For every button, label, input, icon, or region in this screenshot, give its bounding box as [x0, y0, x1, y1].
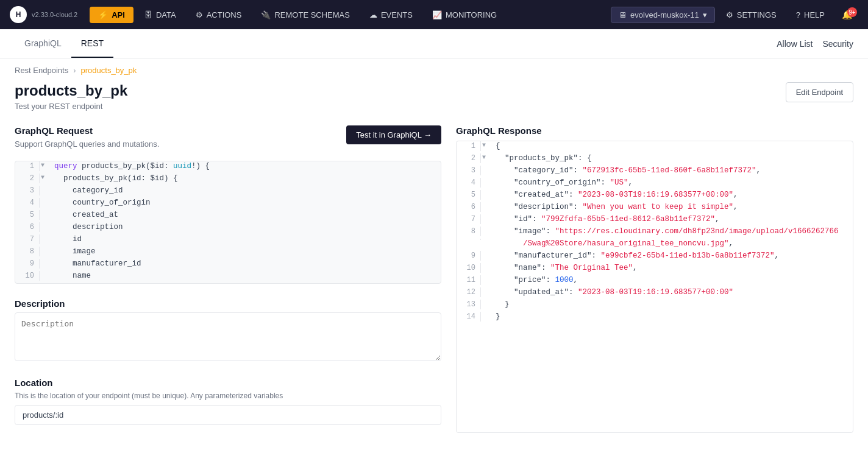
test-graphiql-button[interactable]: Test it in GraphiQL →	[346, 125, 441, 144]
resp-line-2: 2 ▼ "products_by_pk": {	[457, 153, 853, 166]
hasura-logo: H	[10, 6, 27, 23]
sub-nav-tabs: GraphiQL REST	[15, 30, 777, 58]
help-icon: ?	[796, 10, 800, 19]
page-header: products_by_pk Test your REST endpoint E…	[15, 82, 853, 111]
nav-events[interactable]: ☁ EVENTS	[361, 7, 421, 23]
nav-remote-schemas[interactable]: 🔌 REMOTE SCHEMAS	[252, 7, 358, 23]
code-line-6: 6 description	[15, 222, 441, 234]
code-line-5: 5 created_at	[15, 210, 441, 222]
graphql-request-title: GraphQL Request	[15, 125, 159, 136]
location-title: Location	[15, 378, 441, 388]
server-icon: 🖥	[619, 10, 627, 19]
resp-line-6: 6 "description": "When you want to keep …	[457, 202, 853, 214]
graphql-request-section: GraphQL Request Support GraphQL queries …	[15, 125, 441, 284]
code-line-9: 9 manufacturer_id	[15, 259, 441, 271]
resp-line-9: 9 "manufacturer_id": "e99cbfe2-65b4-11ed…	[457, 251, 853, 263]
breadcrumb-separator: ›	[73, 66, 76, 75]
resp-line-12: 12 "updated_at": "2023-08-03T19:16:19.68…	[457, 287, 853, 300]
location-section: Location This is the location of your en…	[15, 378, 441, 425]
resp-line-14: 14 }	[457, 312, 853, 324]
monitoring-icon: 📈	[432, 10, 442, 19]
location-hint: This is the location of your endpoint (m…	[15, 392, 441, 400]
description-textarea[interactable]	[15, 312, 441, 361]
two-column-layout: GraphQL Request Support GraphQL queries …	[15, 125, 853, 433]
main-content: products_by_pk Test your REST endpoint E…	[0, 82, 868, 448]
gear-icon: ⚙	[726, 10, 733, 19]
nav-monitoring[interactable]: 📈 MONITORING	[424, 7, 505, 23]
resp-line-1: 1 ▼ {	[457, 141, 853, 153]
actions-icon: ⚙	[196, 10, 203, 19]
resp-line-13: 13 }	[457, 300, 853, 312]
nav-data[interactable]: 🗄 DATA	[136, 7, 185, 23]
page-title-area: products_by_pk Test your REST endpoint	[15, 82, 127, 111]
code-line-10: 10 name	[15, 271, 441, 283]
graphql-request-subtitle: Support GraphQL queries and mutations.	[15, 139, 159, 149]
code-line-4: 4 country_of_origin	[15, 198, 441, 210]
sub-nav-right: Allow List Security	[777, 39, 853, 49]
breadcrumb-parent[interactable]: Rest Endpoints	[15, 66, 68, 75]
nav-actions[interactable]: ⚙ ACTIONS	[187, 7, 251, 23]
resp-line-8b: /Swag%20Store/hasura_original_tee_noncvu…	[457, 239, 853, 251]
remote-schemas-icon: 🔌	[261, 10, 271, 19]
settings-button[interactable]: ⚙ SETTINGS	[717, 7, 785, 23]
project-selector[interactable]: 🖥 evolved-muskox-11 ▾	[611, 7, 715, 23]
resp-line-4: 4 "country_of_origin": "US",	[457, 178, 853, 190]
code-line-8: 8 image	[15, 247, 441, 259]
events-icon: ☁	[369, 10, 377, 19]
page-title: products_by_pk	[15, 82, 127, 99]
chevron-down-icon: ▾	[703, 10, 707, 19]
notifications-button[interactable]: 🔔 9+	[836, 6, 858, 23]
description-section: Description	[15, 298, 441, 378]
resp-line-3: 3 "category_id": "672913fc-65b5-11ed-860…	[457, 166, 853, 178]
right-column: GraphQL Response 1 ▼ { 2 ▼ "products_by_…	[456, 125, 853, 433]
resp-line-7: 7 "id": "799Zfdfa-65b5-11ed-8612-6a8b11e…	[457, 214, 853, 227]
breadcrumb: Rest Endpoints › products_by_pk	[0, 58, 868, 82]
resp-line-8: 8 "image": "https://res.cloudinary.com/d…	[457, 227, 853, 239]
resp-line-11: 11 "price": 1000,	[457, 275, 853, 287]
left-column: GraphQL Request Support GraphQL queries …	[15, 125, 441, 433]
response-panel: 1 ▼ { 2 ▼ "products_by_pk": { 3 "categor…	[456, 141, 853, 433]
nav-api[interactable]: ⚡ API	[90, 7, 133, 23]
help-button[interactable]: ? HELP	[788, 7, 833, 23]
tab-rest[interactable]: REST	[71, 30, 113, 58]
code-line-1: 1 ▼ query products_by_pk($id: uuid!) {	[15, 161, 441, 174]
logo-area: H v2.33.0-cloud.2	[10, 6, 77, 23]
edit-endpoint-button[interactable]: Edit Endpoint	[786, 82, 853, 102]
allow-list-link[interactable]: Allow List	[777, 39, 813, 49]
location-input[interactable]	[15, 405, 441, 425]
code-line-3: 3 category_id	[15, 186, 441, 198]
description-title: Description	[15, 298, 441, 309]
resp-line-5: 5 "created_at": "2023-08-03T19:16:19.683…	[457, 190, 853, 202]
code-line-7: 7 id	[15, 234, 441, 247]
api-icon: ⚡	[98, 10, 108, 19]
breadcrumb-current: products_by_pk	[81, 66, 137, 75]
security-link[interactable]: Security	[822, 39, 853, 49]
notification-badge: 9+	[847, 7, 857, 17]
response-title: GraphQL Response	[456, 125, 853, 136]
top-nav: H v2.33.0-cloud.2 ⚡ API 🗄 DATA ⚙ ACTIONS…	[0, 0, 868, 29]
data-icon: 🗄	[144, 10, 152, 19]
graphql-code-block: 1 ▼ query products_by_pk($id: uuid!) { 2…	[15, 161, 441, 284]
code-line-2: 2 ▼ products_by_pk(id: $id) {	[15, 174, 441, 186]
tab-graphiql[interactable]: GraphiQL	[15, 30, 71, 58]
page-subtitle: Test your REST endpoint	[15, 102, 127, 111]
version-badge: v2.33.0-cloud.2	[32, 11, 77, 18]
sub-nav: GraphiQL REST Allow List Security	[0, 29, 868, 58]
resp-line-10: 10 "name": "The Original Tee",	[457, 263, 853, 275]
